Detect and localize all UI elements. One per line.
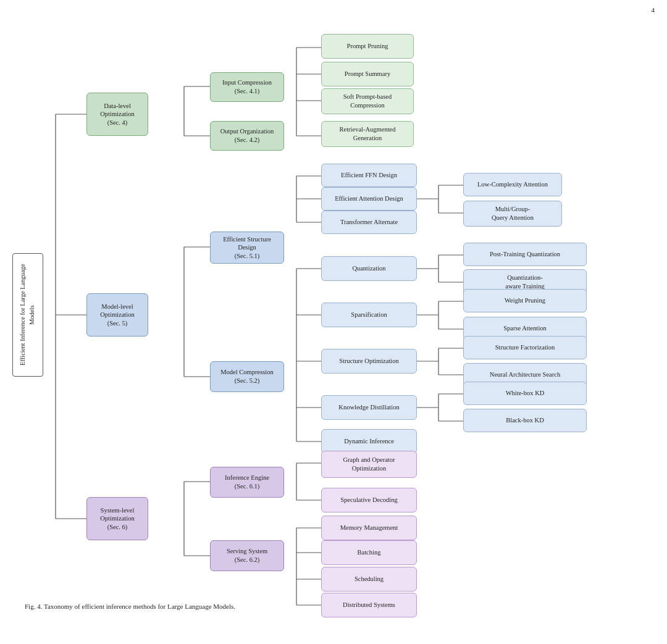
model-comp-node: Model Compression (Sec. 5.2)	[210, 361, 284, 392]
prompt-summary-node: Prompt Summary	[321, 62, 414, 86]
batching-node: Batching	[321, 540, 417, 565]
soft-prompt-node: Soft Prompt-based Compression	[321, 88, 414, 114]
data-opt-node: Data-level Optimization (Sec. 4)	[86, 93, 148, 136]
eff-attn-node: Efficient Attention Design	[321, 187, 417, 211]
retrieval-aug-node: Retrieval-Augmented Generation	[321, 121, 414, 147]
low-complex-node: Low-Complexity Attention	[463, 173, 562, 196]
quantization-node: Quantization	[321, 256, 417, 281]
whitebox-kd-node: White-box KD	[463, 382, 587, 405]
eff-ffn-node: Efficient FFN Design	[321, 164, 417, 187]
multi-group-node: Multi/Group- Query Attention	[463, 201, 562, 227]
inference-eng-node: Inference Engine (Sec. 6.1)	[210, 467, 284, 498]
input-comp-node: Input Compression (Sec. 4.1)	[210, 72, 284, 102]
weight-pruning-node: Weight Pruning	[463, 289, 587, 312]
system-opt-node: System-level Optimization (Sec. 6)	[86, 497, 148, 540]
dynamic-inf-node: Dynamic Inference	[321, 429, 417, 454]
sparsification-node: Sparsification	[321, 303, 417, 327]
knowledge-dist-node: Knowledge Distillation	[321, 395, 417, 420]
output-org-node: Output Organization (Sec. 4.2)	[210, 121, 284, 151]
caption: Fig. 4. Taxonomy of efficient inference …	[25, 603, 235, 610]
graph-op-node: Graph and Operator Optimization	[321, 451, 417, 478]
spec-decoding-node: Speculative Decoding	[321, 488, 417, 512]
scheduling-node: Scheduling	[321, 567, 417, 592]
transformer-alt-node: Transformer Alternate	[321, 211, 417, 234]
memory-mgmt-node: Memory Management	[321, 516, 417, 540]
distributed-node: Distributed Systems	[321, 593, 417, 617]
post-training-node: Post-Training Quantization	[463, 243, 587, 266]
eff-struct-node: Efficient Structure Design (Sec. 5.1)	[210, 232, 284, 264]
diagram: Efficient Inference for Large Language M…	[6, 12, 661, 617]
blackbox-kd-node: Black-box KD	[463, 409, 587, 432]
prompt-pruning-node: Prompt Pruning	[321, 34, 414, 59]
struct-opt-node: Structure Optimization	[321, 349, 417, 374]
struct-factor-node: Structure Factorization	[463, 336, 587, 359]
root-node: Efficient Inference for Large Language M…	[12, 253, 43, 377]
serving-sys-node: Serving System (Sec. 6.2)	[210, 540, 284, 571]
model-opt-node: Model-level Optimization (Sec. 5)	[86, 293, 148, 337]
